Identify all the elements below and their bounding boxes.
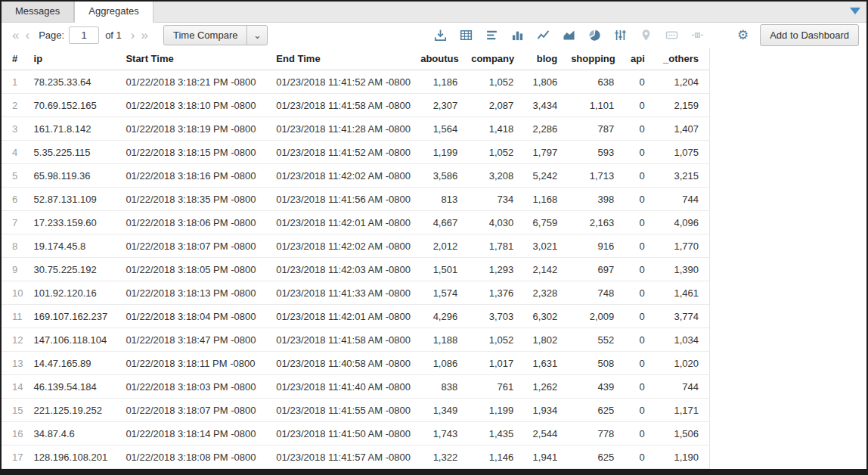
page-input[interactable] <box>69 26 99 44</box>
table-cell: 0 <box>625 94 656 117</box>
column-header-_others[interactable]: _others <box>656 48 709 70</box>
table-row[interactable]: 1634.87.4.601/22/2018 3:18:14 PM -080001… <box>2 422 709 446</box>
next-page-button[interactable]: › <box>128 29 138 42</box>
table-row[interactable]: 3161.71.8.14201/22/2018 3:18:19 PM -0800… <box>2 117 709 141</box>
tab-messages[interactable]: Messages <box>2 2 74 22</box>
add-to-dashboard-button[interactable]: Add to Dashboard <box>760 24 859 46</box>
column-header-company[interactable]: company <box>468 48 524 70</box>
table-cell: 1,574 <box>417 281 468 305</box>
column-header-api[interactable]: api <box>625 48 656 70</box>
table-row[interactable]: 10101.92.120.1601/22/2018 3:18:13 PM -08… <box>2 281 709 305</box>
table-cell: 34.87.4.6 <box>31 422 123 446</box>
page-total-label: of 1 <box>105 29 122 41</box>
table-cell: 1,713 <box>568 164 625 188</box>
table-cell: 01/22/2018 3:18:08 PM -0800 <box>122 446 273 469</box>
table-row[interactable]: 178.235.33.6401/22/2018 3:18:21 PM -0800… <box>2 70 709 94</box>
table-cell: 5 <box>2 164 31 188</box>
table-row[interactable]: 819.174.45.801/22/2018 3:18:07 PM -08000… <box>2 234 709 258</box>
table-cell: 1,322 <box>417 446 468 469</box>
table-cell: 6,302 <box>524 305 568 328</box>
table-row[interactable]: 1314.47.165.8901/22/2018 3:18:11 PM -080… <box>2 352 709 375</box>
table-cell: 1,052 <box>468 141 524 164</box>
table-cell: 11 <box>2 305 31 328</box>
table-cell: 52.87.131.109 <box>31 188 123 211</box>
table-cell: 01/22/2018 3:18:06 PM -0800 <box>122 211 273 234</box>
table-cell: 625 <box>568 446 625 469</box>
export-icon[interactable] <box>434 29 447 42</box>
table-cell: 2,142 <box>524 258 568 281</box>
table-row[interactable]: 930.75.225.19201/22/2018 3:18:05 PM -080… <box>2 258 709 281</box>
tab-aggregates[interactable]: Aggregates <box>74 2 153 23</box>
table-row[interactable]: 270.69.152.16501/22/2018 3:18:10 PM -080… <box>2 94 709 117</box>
table-cell: 30.75.225.192 <box>31 258 123 281</box>
table-cell: 1,017 <box>468 352 524 375</box>
table-cell: 1,190 <box>656 446 709 469</box>
table-row[interactable]: 45.35.225.11501/22/2018 3:18:15 PM -0800… <box>2 141 709 164</box>
table-cell: 1,034 <box>656 328 709 352</box>
area-chart-icon[interactable] <box>563 29 575 42</box>
table-cell: 01/23/2018 11:41:55 AM -0800 <box>273 399 417 422</box>
table-cell: 8 <box>2 234 31 258</box>
sliders-icon[interactable] <box>614 29 627 42</box>
table-cell: 1,934 <box>524 399 568 422</box>
table-row[interactable]: 11169.107.162.23701/22/2018 3:18:04 PM -… <box>2 305 709 328</box>
table-cell: 01/22/2018 3:18:03 PM -0800 <box>122 375 273 399</box>
collapse-panel-icon[interactable] <box>850 8 860 14</box>
table-cell: 4,296 <box>417 305 468 328</box>
table-cell: 593 <box>568 141 625 164</box>
table-row[interactable]: 12147.106.118.10401/22/2018 3:18:47 PM -… <box>2 328 709 352</box>
table-row[interactable]: 652.87.131.10901/22/2018 3:18:35 PM -080… <box>2 188 709 211</box>
chart-toolbar: ⚙ <box>434 29 749 42</box>
time-compare-button[interactable]: Time Compare ⌄ <box>163 25 268 45</box>
column-header-blog[interactable]: blog <box>524 48 568 70</box>
aggregates-icon[interactable] <box>485 29 498 42</box>
column-header-shopping[interactable]: shopping <box>568 48 625 70</box>
table-row[interactable]: 1446.139.54.18401/22/2018 3:18:03 PM -08… <box>2 375 709 399</box>
table-cell: 1,781 <box>468 234 524 258</box>
table-cell: 787 <box>568 117 625 141</box>
table-cell: 1,168 <box>524 188 568 211</box>
table-cell: 2,286 <box>524 117 568 141</box>
table-cell: 17 <box>2 446 31 469</box>
table-cell: 15 <box>2 399 31 422</box>
line-chart-icon[interactable] <box>537 29 550 42</box>
gear-icon[interactable]: ⚙ <box>736 29 749 42</box>
table-cell: 1,052 <box>468 70 524 94</box>
table-cell: 01/22/2018 3:18:07 PM -0800 <box>122 399 273 422</box>
pie-chart-icon[interactable] <box>588 29 601 42</box>
table-cell: 0 <box>625 188 656 211</box>
table-cell: 1,349 <box>417 399 468 422</box>
table-cell: 1,171 <box>656 399 709 422</box>
table-cell: 1,204 <box>656 70 709 94</box>
table-row[interactable]: 15221.125.19.25201/22/2018 3:18:07 PM -0… <box>2 399 709 422</box>
table-cell: 0 <box>625 446 656 469</box>
table-cell: 1,293 <box>468 258 524 281</box>
table-icon[interactable] <box>460 29 473 42</box>
column-header-aboutus[interactable]: aboutus <box>417 48 468 70</box>
table-cell: 01/22/2018 3:18:14 PM -0800 <box>122 422 273 446</box>
table-cell: 1,146 <box>468 446 524 469</box>
first-page-button[interactable]: « <box>9 29 22 42</box>
table-cell: 4,096 <box>656 211 709 234</box>
table-cell: 01/22/2018 3:18:35 PM -0800 <box>122 188 273 211</box>
table-cell: 6 <box>2 188 31 211</box>
column-header-ip[interactable]: ip <box>31 48 123 70</box>
bar-chart-icon[interactable] <box>511 29 524 42</box>
table-cell: 01/22/2018 3:18:15 PM -0800 <box>122 141 273 164</box>
table-row[interactable]: 565.98.119.3601/22/2018 3:18:16 PM -0800… <box>2 164 709 188</box>
column-header-end-time[interactable]: End Time <box>273 48 417 70</box>
table-cell: 70.69.152.165 <box>31 94 123 117</box>
column-header-start-time[interactable]: Start Time <box>122 48 273 70</box>
table-cell: 01/23/2018 11:41:28 AM -0800 <box>273 117 417 141</box>
prev-page-button[interactable]: ‹ <box>22 29 33 42</box>
column-header-num[interactable]: # <box>2 48 31 70</box>
table-cell: 1,101 <box>568 94 625 117</box>
table-cell: 1,199 <box>417 141 468 164</box>
table-cell: 1,075 <box>656 141 709 164</box>
table-row[interactable]: 717.233.159.6001/22/2018 3:18:06 PM -080… <box>2 211 709 234</box>
table-cell: 3,774 <box>656 305 709 328</box>
table-row[interactable]: 17128.196.108.20101/22/2018 3:18:08 PM -… <box>2 446 709 469</box>
chevron-down-icon[interactable]: ⌄ <box>246 26 267 45</box>
last-page-button[interactable]: » <box>138 29 150 42</box>
page-label: Page: <box>39 29 64 41</box>
